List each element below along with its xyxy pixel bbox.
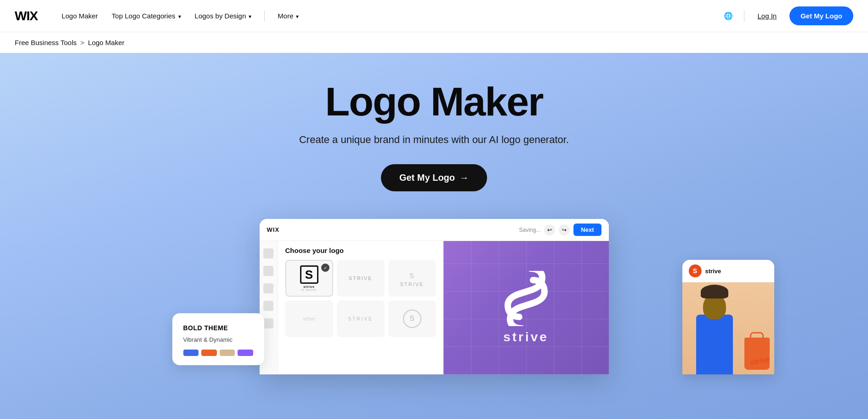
- nav-links: Logo Maker Top Logo Categories Logos by …: [56, 8, 720, 23]
- undo-button[interactable]: ↩: [544, 224, 555, 235]
- wix-logo[interactable]: WIX: [15, 9, 38, 23]
- logo-selected-check: [321, 264, 329, 272]
- redo-icon: ↪: [562, 227, 567, 233]
- canvas-logo-large: strive: [499, 271, 554, 344]
- logo-circle: S: [403, 310, 421, 328]
- hero-section: Logo Maker Create a unique brand in minu…: [0, 53, 868, 419]
- hero-mockups: BOLD THEME Vibrant & Dynamic WIX Saving.…: [0, 219, 868, 374]
- breadcrumb-separator: >: [80, 39, 85, 46]
- strive-brand-icon: S: [689, 264, 702, 277]
- strive-s-letter: S: [300, 265, 318, 284]
- breadcrumb-current: Logo Maker: [88, 39, 125, 46]
- chevron-down-icon: [296, 12, 299, 20]
- logo-option-3-content: s strive: [400, 270, 424, 287]
- redo-button[interactable]: ↪: [559, 224, 570, 235]
- nav-link-logos-by-design[interactable]: Logos by Design: [189, 8, 257, 23]
- logo-option-3[interactable]: s strive: [388, 260, 436, 297]
- app-mockup-header: WIX Saving... ↩ ↪ Next: [260, 219, 609, 241]
- logo-option-6[interactable]: S: [388, 300, 436, 337]
- logo-s-strive: S strive in motion: [300, 265, 318, 291]
- person-hair: [701, 285, 728, 298]
- app-canvas: strive: [443, 241, 609, 374]
- sidebar-icon-4[interactable]: [263, 301, 273, 311]
- undo-icon: ↩: [547, 227, 552, 233]
- logo-strive-light: strive: [400, 281, 424, 287]
- hero-title: Logo Maker: [325, 80, 543, 123]
- bold-theme-subtitle: Vibrant & Dynamic: [183, 336, 253, 343]
- nav-link-logo-maker[interactable]: Logo Maker: [56, 8, 103, 23]
- logo-strive-serif: strive: [303, 316, 315, 322]
- app-mockup-body: Choose your logo S strive in motion: [260, 241, 609, 374]
- color-swatch-beige: [220, 350, 235, 356]
- hero-subtitle: Create a unique brand in minutes with ou…: [299, 134, 569, 146]
- app-header-right: Saving... ↩ ↪ Next: [519, 224, 601, 236]
- canvas-s-logo: [499, 271, 554, 326]
- bag-handle: [750, 332, 764, 339]
- hero-cta-label: Get My Logo: [399, 172, 455, 183]
- color-swatch-blue: [183, 350, 199, 356]
- chevron-down-icon: [249, 12, 251, 20]
- get-my-logo-hero-button[interactable]: Get My Logo →: [381, 164, 487, 191]
- chevron-down-icon: [178, 12, 181, 20]
- canvas-strive-text: strive: [503, 330, 549, 344]
- nav-link-top-categories[interactable]: Top Logo Categories: [106, 8, 186, 23]
- bold-theme-color-swatches: [183, 350, 253, 356]
- strive-card-header: S strive: [682, 260, 774, 282]
- color-swatch-purple: [238, 350, 253, 356]
- strive-card-illustration: strive: [682, 282, 774, 374]
- strive-card: S strive: [682, 260, 774, 374]
- logo-option-1[interactable]: S strive in motion: [285, 260, 333, 297]
- color-swatch-orange: [201, 350, 217, 356]
- app-wix-label: WIX: [267, 226, 280, 233]
- hero-cta-arrow-icon: →: [460, 172, 469, 183]
- logo-option-2[interactable]: STRIVE: [337, 260, 385, 297]
- login-button[interactable]: Log In: [752, 8, 782, 23]
- logo-option-5[interactable]: strive: [337, 300, 385, 337]
- strive-label-1: strive: [303, 285, 315, 288]
- get-my-logo-nav-button[interactable]: Get My Logo: [789, 6, 853, 25]
- strive-brand-letter: S: [693, 267, 697, 275]
- s-logo-svg: [499, 271, 554, 326]
- logo-s-light: s: [409, 270, 414, 281]
- nav-vertical-divider: [744, 11, 744, 22]
- breadcrumb-parent[interactable]: Free Business Tools: [15, 39, 77, 46]
- nav-divider: [264, 11, 265, 22]
- logo-strive-minimal: strive: [348, 316, 373, 321]
- app-mockup: WIX Saving... ↩ ↪ Next: [260, 219, 609, 374]
- globe-button[interactable]: 🌐: [720, 8, 737, 24]
- sidebar-icon-3[interactable]: [263, 283, 273, 293]
- logo-circle-s: S: [409, 315, 414, 323]
- logo-option-4[interactable]: strive: [285, 300, 333, 337]
- logo-strive-outline: STRIVE: [349, 276, 373, 281]
- nav-link-more[interactable]: More: [272, 8, 304, 23]
- sidebar-icon-2[interactable]: [263, 266, 273, 276]
- app-logo-list: Choose your logo S strive in motion: [278, 241, 443, 374]
- sidebar-icon-5[interactable]: [263, 318, 273, 328]
- navbar: WIX Logo Maker Top Logo Categories Logos…: [0, 0, 868, 32]
- globe-icon: 🌐: [724, 11, 733, 20]
- bold-theme-title: BOLD THEME: [183, 324, 253, 332]
- strive-brand-name: strive: [705, 268, 721, 275]
- person-shirt: [696, 315, 733, 374]
- strive-card-image: strive: [682, 282, 774, 374]
- sidebar-icon-1[interactable]: [263, 248, 273, 258]
- app-next-button[interactable]: Next: [573, 224, 601, 236]
- strive-tagline: in motion: [301, 288, 317, 291]
- nav-right: 🌐 Log In Get My Logo: [720, 6, 853, 25]
- breadcrumb: Free Business Tools > Logo Maker: [0, 32, 868, 53]
- logo-option-grid: S strive in motion STRIVE s: [278, 258, 443, 344]
- choose-logo-header: Choose your logo: [278, 241, 443, 258]
- app-saving-text: Saving...: [519, 227, 541, 233]
- bold-theme-card: BOLD THEME Vibrant & Dynamic: [172, 313, 264, 365]
